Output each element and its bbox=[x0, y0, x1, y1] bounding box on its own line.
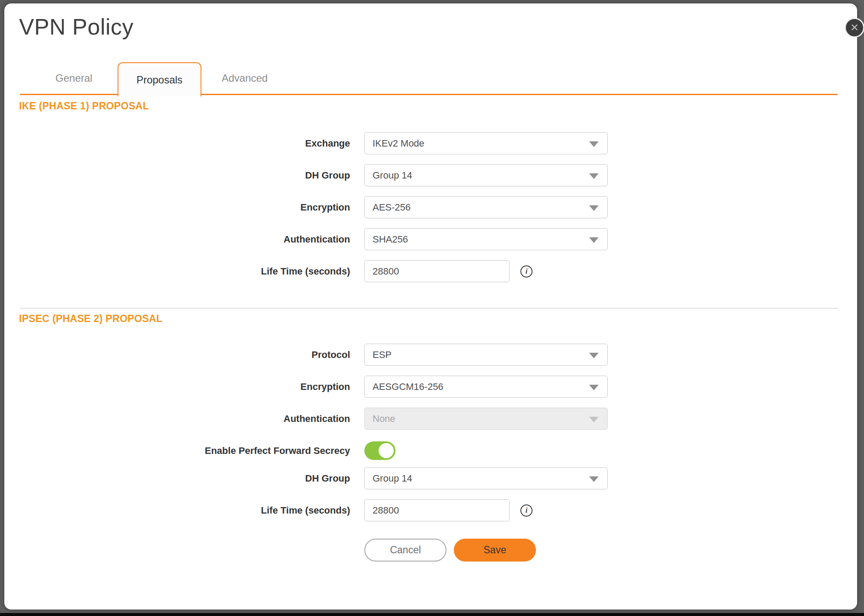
ike-life-time-input[interactable] bbox=[364, 260, 510, 282]
caret-down-icon bbox=[589, 476, 599, 482]
exchange-label: Exchange bbox=[4, 132, 350, 154]
save-button[interactable]: Save bbox=[454, 539, 536, 562]
protocol-row: Protocol ESP bbox=[4, 344, 857, 366]
ipsec-encryption-select-value: AESGCM16-256 bbox=[373, 381, 443, 392]
ike-phase1-heading: IKE (PHASE 1) PROPOSAL bbox=[19, 100, 149, 112]
ipsec-encryption-select[interactable]: AESGCM16-256 bbox=[364, 376, 608, 398]
ipsec-dh-group-row: DH Group Group 14 bbox=[4, 467, 857, 489]
caret-down-icon bbox=[589, 385, 599, 390]
caret-down-icon bbox=[589, 205, 599, 211]
section-divider bbox=[20, 308, 838, 309]
close-button[interactable]: ✕ bbox=[845, 18, 864, 38]
ipsec-life-time-row: Life Time (seconds) i bbox=[4, 499, 857, 521]
cancel-button[interactable]: Cancel bbox=[364, 539, 446, 562]
ipsec-dh-group-select-value: Group 14 bbox=[373, 473, 412, 484]
tab-proposals-label: Proposals bbox=[137, 74, 183, 86]
ipsec-authentication-select-disabled: None bbox=[364, 408, 608, 430]
info-icon[interactable]: i bbox=[520, 504, 532, 517]
tab-bar: General Proposals Advanced bbox=[20, 61, 838, 95]
info-icon-glyph: i bbox=[526, 506, 528, 515]
exchange-row: Exchange IKEv2 Mode bbox=[4, 132, 857, 154]
caret-down-icon bbox=[589, 141, 599, 147]
ike-life-time-row: Life Time (seconds) i bbox=[4, 260, 857, 282]
protocol-select[interactable]: ESP bbox=[364, 344, 608, 366]
ike-encryption-label: Encryption bbox=[4, 196, 350, 218]
ike-authentication-row: Authentication SHA256 bbox=[4, 228, 857, 250]
caret-down-icon bbox=[589, 417, 599, 422]
vpn-policy-dialog: VPN Policy General Proposals Advanced IK… bbox=[4, 3, 857, 610]
ike-encryption-select-value: AES-256 bbox=[373, 202, 411, 213]
ipsec-authentication-select-value: None bbox=[373, 413, 395, 424]
protocol-select-value: ESP bbox=[373, 349, 392, 360]
ipsec-life-time-label: Life Time (seconds) bbox=[4, 499, 350, 521]
ike-encryption-select[interactable]: AES-256 bbox=[364, 196, 608, 218]
ipsec-encryption-row: Encryption AESGCM16-256 bbox=[4, 376, 857, 398]
pfs-row: Enable Perfect Forward Secrecy bbox=[4, 440, 857, 462]
save-button-label: Save bbox=[484, 544, 506, 556]
exchange-select-value: IKEv2 Mode bbox=[373, 138, 424, 149]
ike-authentication-select[interactable]: SHA256 bbox=[364, 228, 608, 250]
close-icon: ✕ bbox=[850, 22, 859, 33]
ipsec-life-time-input[interactable] bbox=[364, 499, 510, 521]
ike-authentication-label: Authentication bbox=[4, 228, 350, 250]
ipsec-encryption-label: Encryption bbox=[4, 376, 350, 398]
ike-dh-group-label: DH Group bbox=[4, 164, 350, 186]
protocol-label: Protocol bbox=[4, 344, 350, 366]
ipsec-dh-group-select[interactable]: Group 14 bbox=[364, 467, 608, 489]
info-icon[interactable]: i bbox=[520, 265, 532, 278]
dialog-title: VPN Policy bbox=[19, 14, 134, 40]
tab-advanced-label: Advanced bbox=[222, 72, 268, 84]
tab-general[interactable]: General bbox=[33, 61, 115, 95]
ipsec-phase2-heading: IPSEC (PHASE 2) PROPOSAL bbox=[19, 313, 163, 325]
tab-proposals[interactable]: Proposals bbox=[118, 62, 201, 96]
ipsec-dh-group-label: DH Group bbox=[4, 467, 350, 489]
caret-down-icon bbox=[589, 237, 599, 243]
tab-general-label: General bbox=[55, 72, 92, 84]
info-icon-glyph: i bbox=[526, 267, 528, 276]
screen: VPN Policy General Proposals Advanced IK… bbox=[0, 0, 864, 616]
cancel-button-label: Cancel bbox=[390, 544, 421, 556]
ike-dh-group-row: DH Group Group 14 bbox=[4, 164, 857, 186]
exchange-select[interactable]: IKEv2 Mode bbox=[364, 132, 608, 154]
ipsec-authentication-label: Authentication bbox=[4, 408, 350, 430]
ike-dh-group-select-value: Group 14 bbox=[373, 170, 412, 181]
ike-life-time-label: Life Time (seconds) bbox=[4, 260, 350, 282]
ike-encryption-row: Encryption AES-256 bbox=[4, 196, 857, 218]
ike-authentication-select-value: SHA256 bbox=[373, 234, 408, 245]
ipsec-authentication-row: Authentication None bbox=[4, 408, 857, 430]
screen-bottom-edge bbox=[0, 613, 864, 616]
ike-dh-group-select[interactable]: Group 14 bbox=[364, 164, 608, 186]
toggle-knob bbox=[379, 443, 394, 458]
caret-down-icon bbox=[589, 173, 599, 179]
tab-advanced[interactable]: Advanced bbox=[201, 61, 288, 95]
pfs-toggle-on[interactable] bbox=[364, 441, 395, 460]
pfs-label: Enable Perfect Forward Secrecy bbox=[4, 440, 350, 462]
caret-down-icon bbox=[589, 353, 599, 358]
